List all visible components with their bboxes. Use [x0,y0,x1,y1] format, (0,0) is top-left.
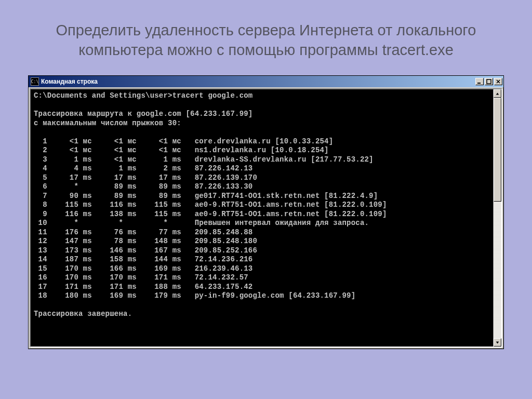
cmd-window: C:\ Командная строка C:\Documents and Se… [28,75,504,349]
close-button[interactable] [494,78,502,85]
maximize-button[interactable] [485,78,493,85]
scroll-down-button[interactable] [494,338,501,347]
vertical-scrollbar[interactable] [493,89,501,347]
scrollbar-thumb[interactable] [494,98,501,202]
scroll-up-button[interactable] [494,89,501,98]
slide-title: Определить удаленность сервера Интернета… [0,0,532,70]
window-controls [475,78,502,85]
titlebar[interactable]: C:\ Командная строка [29,76,503,87]
minimize-button[interactable] [475,78,484,85]
console-output[interactable]: C:\Documents and Settings\user>tracert g… [31,89,493,347]
svg-rect-0 [477,83,481,84]
cmd-icon: C:\ [31,77,39,86]
console-area: C:\Documents and Settings\user>tracert g… [30,88,502,348]
scrollbar-track[interactable] [494,98,501,338]
svg-rect-1 [487,79,491,84]
window-title: Командная строка [41,78,475,85]
